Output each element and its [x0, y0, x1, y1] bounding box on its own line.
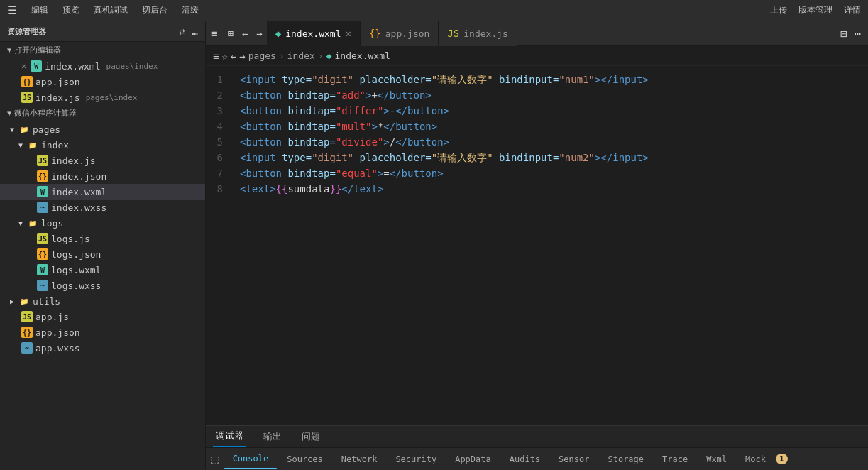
tab-wxml-close[interactable]: ✕: [345, 28, 351, 39]
sidebar-toggle-icon[interactable]: ⇄: [179, 26, 185, 37]
devtools-tab-audits[interactable]: Audits: [501, 449, 549, 469]
tree-item-app-wxss[interactable]: ~ app.wxss: [0, 340, 205, 356]
tab-bookmark-icon[interactable]: ⊞: [223, 28, 237, 39]
tree-label-index-json: index.json: [51, 171, 106, 182]
tree-item-index-js[interactable]: JS index.js: [0, 153, 205, 168]
breadcrumb-file[interactable]: index.wxml: [335, 50, 390, 61]
open-editor-item-json[interactable]: {} app.json: [0, 74, 205, 89]
split-editor-icon[interactable]: ⊟: [840, 27, 847, 40]
bottom-tab-console[interactable]: 调试器: [213, 426, 246, 447]
tree-item-logs-wxml[interactable]: W logs.wxml: [0, 262, 205, 278]
open-editor-name-json: app.json: [35, 77, 80, 87]
tab-wxml-label: index.wxml: [285, 28, 341, 39]
bottom-tab-problems[interactable]: 问题: [299, 426, 323, 447]
tree-item-utils[interactable]: ▶ 📁 utils: [0, 293, 205, 309]
project-label: 微信小程序计算器: [14, 108, 77, 119]
tree-label-index: index: [41, 140, 69, 151]
tree-label-app-js: app.js: [35, 312, 69, 322]
toolbar-item-bg[interactable]: 切后台: [142, 4, 167, 16]
sidebar-ellipsis-icon[interactable]: …: [192, 26, 198, 37]
devtools-tab-sources[interactable]: Sources: [278, 449, 331, 469]
tree-item-logs-json[interactable]: {} logs.json: [0, 246, 205, 262]
tree-label-app-json: app.json: [35, 327, 80, 338]
toolbar-item-clear[interactable]: 清缓: [182, 4, 199, 16]
code-line-6: <input type="digit" placeholder="请输入数字" …: [240, 150, 868, 165]
code-line-7: <button bindtap="equal">=</button>: [240, 165, 868, 181]
tree-item-index-wxml[interactable]: W index.wxml: [0, 184, 205, 200]
js-file-icon: JS: [21, 92, 33, 103]
js-icon: JS: [37, 155, 48, 166]
logs-js-icon: JS: [37, 233, 48, 244]
breadcrumb-back[interactable]: ←: [231, 50, 236, 62]
devtools-tab-console[interactable]: Console: [224, 449, 278, 469]
open-editor-name-js: index.js: [35, 92, 80, 103]
devtools-tab-trace[interactable]: Trace: [654, 449, 696, 469]
open-editor-item-js[interactable]: JS index.js pages\index: [0, 89, 205, 105]
collapse-icon: ▼: [10, 126, 14, 133]
tab-forward-icon[interactable]: →: [252, 28, 266, 39]
arrow-icon: ▼: [7, 46, 11, 54]
devtools-tab-mock[interactable]: Mock: [737, 449, 774, 469]
tree-item-pages[interactable]: ▼ 📁 pages: [0, 121, 205, 137]
tab-json[interactable]: {} app.json: [361, 21, 439, 46]
code-line-2: <button bindtap="add">+</button>: [240, 87, 868, 103]
breadcrumb-pages[interactable]: pages: [248, 50, 276, 61]
toolbar-upload[interactable]: 上传: [770, 4, 787, 16]
tab-json-icon: {}: [369, 28, 381, 39]
tree-item-app-json[interactable]: {} app.json: [0, 324, 205, 340]
open-editor-name-wxml: index.wxml: [45, 61, 100, 72]
devtools-tab-appdata[interactable]: AppData: [446, 449, 500, 469]
tree-item-app-js[interactable]: JS app.js: [0, 309, 205, 324]
tree-item-index-wxss[interactable]: ~ index.wxss: [0, 200, 205, 215]
tree-item-logs-js[interactable]: JS logs.js: [0, 231, 205, 246]
toolbar-item-debug[interactable]: 真机调试: [94, 4, 128, 16]
wxss-icon: ~: [37, 202, 48, 213]
app-wxss-icon: ~: [21, 342, 33, 354]
menu-icon[interactable]: ☰: [7, 4, 17, 17]
toolbar-detail[interactable]: 详情: [844, 4, 861, 16]
devtools-tab-sensor[interactable]: Sensor: [550, 449, 598, 469]
more-icon[interactable]: ⋯: [854, 27, 861, 40]
bottom-tab-output[interactable]: 输出: [260, 426, 285, 447]
logs-json-icon: {}: [37, 248, 48, 260]
json-icon: {}: [37, 170, 48, 182]
tree-label-logs: logs: [41, 218, 63, 229]
section-open-editors[interactable]: ▼ 打开的编辑器: [0, 42, 205, 58]
breadcrumb-forward[interactable]: →: [239, 50, 245, 62]
line-num-1: 1: [206, 72, 234, 87]
tab-json-label: app.json: [385, 28, 430, 39]
devtools-tab-security[interactable]: Security: [387, 449, 445, 469]
open-editor-path-js: pages\index: [86, 93, 138, 102]
devtools-tab-storage[interactable]: Storage: [599, 449, 652, 469]
breadcrumb-bookmark-icon[interactable]: ☆: [221, 50, 227, 62]
toolbar-item-edit[interactable]: 编辑: [31, 4, 48, 16]
devtools-pointer-icon[interactable]: ⬚: [211, 452, 219, 466]
collapse-icon-index: ▼: [18, 141, 23, 149]
tree-label-logs-json: logs.json: [51, 249, 101, 260]
toolbar-version[interactable]: 版本管理: [798, 4, 833, 16]
devtools-tab-network[interactable]: Network: [333, 449, 386, 469]
collapse-icon-logs: ▼: [18, 219, 23, 227]
app-js-icon: JS: [21, 311, 33, 322]
wxml-icon: W: [37, 186, 48, 197]
tree-item-index-folder[interactable]: ▼ 📁 index: [0, 137, 205, 153]
code-editor[interactable]: 1 2 3 4 5 6 7 8 <input type="digit" plac…: [206, 66, 868, 425]
open-editor-item-wxml[interactable]: ✕ W index.wxml pages\index: [0, 58, 205, 74]
section-project[interactable]: ▼ 微信小程序计算器: [0, 105, 205, 121]
tab-js[interactable]: JS index.js: [439, 21, 517, 46]
collapse-icon-utils: ▶: [10, 297, 14, 305]
tree-label-index-wxml: index.wxml: [51, 187, 106, 197]
breadcrumb-index[interactable]: index: [287, 50, 315, 61]
tab-back-icon[interactable]: ←: [238, 28, 252, 39]
logs-wxml-icon: W: [37, 264, 48, 275]
toolbar-item-preview[interactable]: 预览: [62, 4, 79, 16]
tree-item-logs-folder[interactable]: ▼ 📁 logs: [0, 215, 205, 231]
tab-list-icon[interactable]: ≡: [206, 28, 223, 39]
tab-wxml[interactable]: ◆ index.wxml ✕: [267, 21, 361, 46]
tree-item-index-json[interactable]: {} index.json: [0, 168, 205, 184]
tree-item-logs-wxss[interactable]: ~ logs.wxss: [0, 278, 205, 293]
breadcrumb-list-icon[interactable]: ≡: [213, 50, 219, 62]
devtools-tab-wxml[interactable]: Wxml: [698, 449, 735, 469]
breadcrumb-icon-wxml: ◆: [326, 50, 332, 61]
close-icon[interactable]: ✕: [21, 61, 26, 71]
